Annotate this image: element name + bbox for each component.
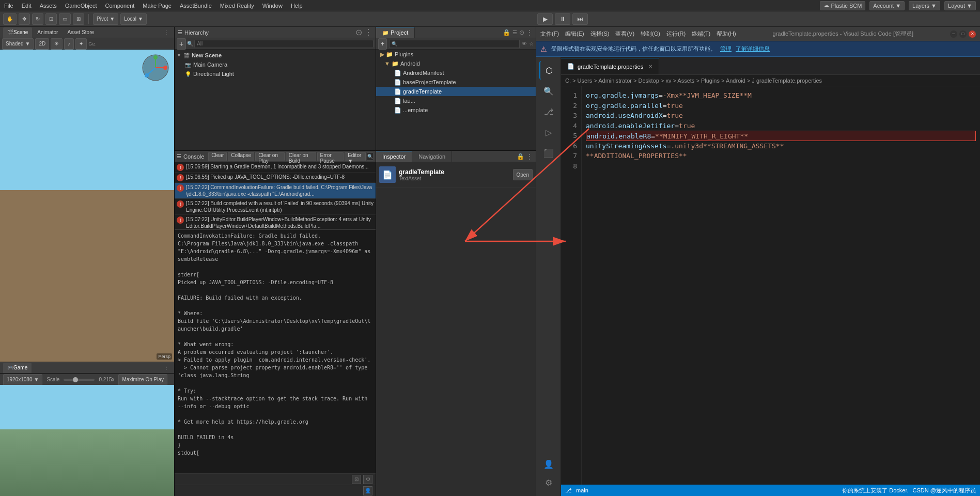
inspector-tab[interactable]: Inspector — [376, 151, 412, 162]
eye-icon[interactable]: 👁 — [522, 41, 527, 47]
resolution-btn[interactable]: 1920x1080▼ — [3, 374, 42, 385]
console-entry-5[interactable]: ! [15:07:22] UnityEditor.BuildPlayerWind… — [175, 215, 376, 229]
star-icon[interactable]: ☆ — [529, 41, 534, 47]
vscode-editor[interactable]: 1 2 3 4 5 6 7 8 org.gradle.jvmargs=-Xmx*… — [561, 86, 980, 485]
vscode-run[interactable]: 运行(R) — [666, 30, 686, 38]
search-btn[interactable]: 🔍 — [539, 82, 558, 100]
animator-tab[interactable]: Animator — [33, 27, 62, 38]
editor-btn[interactable]: Editor ▼ — [345, 152, 366, 161]
console-icon-btn-1[interactable]: ⊡ — [352, 475, 361, 484]
fx-btn[interactable]: ✦ — [75, 38, 87, 50]
console-entry-2[interactable]: ! [15:06:59] Picked up JAVA_TOOL_OPTIONS… — [175, 173, 376, 183]
hierarchy-scene-root[interactable]: ▼ 🎬 New Scene — [175, 51, 376, 60]
error-pause-btn[interactable]: Error Pause — [317, 152, 344, 161]
close-btn[interactable]: ✕ — [969, 30, 976, 38]
layout-button[interactable]: Layout ▼ — [944, 1, 976, 10]
hierarchy-add-btn[interactable]: + — [177, 38, 186, 50]
clear-on-play-btn[interactable]: Clear on Play — [255, 152, 285, 161]
game-viewport[interactable] — [0, 385, 174, 496]
tab-close-icon[interactable]: ✕ — [648, 64, 652, 69]
pause-button[interactable]: ⏸ — [555, 13, 570, 25]
hierarchy-menu-icon[interactable]: ⋮ — [364, 27, 372, 37]
explorer-btn[interactable]: ⬡ — [539, 61, 558, 80]
project-add-btn[interactable]: + — [378, 38, 387, 50]
local-btn[interactable]: Local▼ — [120, 13, 147, 25]
console-entry-1[interactable]: ! [15:06:59] Starting a Gradle Daemon, 1… — [175, 162, 376, 173]
menu-assets[interactable]: Assets — [40, 3, 57, 9]
collapse-btn[interactable]: Collapse — [228, 152, 254, 161]
project-item-template[interactable]: 📄 ...emplate — [376, 105, 536, 115]
extensions-btn[interactable]: ⬛ — [539, 144, 558, 162]
game-tab[interactable]: 🎮 Game — [3, 363, 32, 373]
project-item-baseproject[interactable]: 📄 baseProjectTemplate — [376, 78, 536, 87]
notification-learn-link[interactable]: 了解详细信息 — [736, 45, 770, 53]
scene-tab[interactable]: 🎬 Scene — [3, 27, 32, 38]
settings-icon-btn[interactable]: ⚙ — [539, 473, 558, 492]
menu-file[interactable]: File — [4, 3, 13, 9]
minimize-btn[interactable]: ─ — [950, 30, 957, 38]
menu-mixedreality[interactable]: Mixed Reality — [220, 3, 254, 9]
inspector-lock-icon[interactable]: 🔒 — [517, 153, 524, 160]
debug-btn[interactable]: ▷ — [539, 123, 558, 142]
audio-btn[interactable]: ♪ — [64, 38, 74, 50]
vscode-select[interactable]: 选择(S) — [590, 30, 610, 38]
vscode-active-tab[interactable]: 📄 gradleTemplate.properties ✕ — [561, 58, 659, 74]
hierarchy-camera[interactable]: 📷 Main Camera — [175, 60, 376, 69]
vscode-help[interactable]: 帮助(H) — [717, 30, 736, 38]
game-options-btn[interactable]: ⋮ — [164, 365, 171, 370]
scale-slider[interactable] — [64, 379, 95, 381]
hierarchy-search-input[interactable] — [194, 40, 374, 48]
console-icon-btn-2[interactable]: ⚙ — [363, 475, 372, 484]
vscode-view[interactable]: 查看(V) — [615, 30, 634, 38]
vscode-file[interactable]: 文件(F) — [540, 30, 559, 38]
pivot-btn[interactable]: Pivot▼ — [93, 13, 118, 25]
project-lock-icon[interactable]: 🔒 — [503, 29, 510, 36]
menu-makepage[interactable]: Make Page — [143, 3, 172, 9]
account-button[interactable]: Account ▼ — [869, 1, 905, 10]
scene-viewport[interactable]: Persp — [0, 50, 174, 362]
open-btn[interactable]: Open — [513, 169, 533, 180]
project-item-plugins[interactable]: ▶ 📁 Plugins — [376, 50, 536, 59]
project-item-android[interactable]: ▼ 📁 Android — [376, 59, 536, 68]
shaded-btn[interactable]: Shaded▼ — [2, 38, 34, 50]
restore-btn[interactable]: □ — [959, 30, 967, 38]
vscode-terminal[interactable]: 终端(T) — [692, 30, 710, 38]
accounts-icon-btn[interactable]: 👤 — [539, 455, 558, 473]
hierarchy-lock-icon[interactable]: ⊙ — [355, 27, 362, 37]
menu-gameobject[interactable]: GameObject — [65, 3, 97, 9]
console-search-btn[interactable]: 🔍 — [367, 152, 374, 161]
lighting-btn[interactable]: ☀ — [51, 38, 63, 50]
hand-tool-btn[interactable]: ✋ — [3, 13, 17, 25]
project-search-box[interactable]: 🔍 — [389, 40, 520, 48]
rect-tool-btn[interactable]: ▭ — [59, 13, 71, 25]
project-item-lau[interactable]: 📄 lau... — [376, 96, 536, 105]
layers-button[interactable]: Layers ▼ — [909, 1, 940, 10]
navigation-tab[interactable]: Navigation — [412, 151, 452, 162]
console-user-icon-btn[interactable]: 👤 — [363, 486, 372, 495]
inspector-menu-icon[interactable]: ⋮ — [526, 153, 533, 160]
scale-tool-btn[interactable]: ⊡ — [45, 13, 57, 25]
console-entry-3[interactable]: ! [15:07:22] CommandInvokationFailure: G… — [175, 183, 376, 199]
clear-btn[interactable]: Clear — [208, 152, 227, 161]
play-button[interactable]: ▶ — [537, 13, 553, 25]
menu-edit[interactable]: Edit — [22, 3, 32, 9]
project-item-androidmanifest[interactable]: 📄 AndroidManifest — [376, 68, 536, 78]
project-tab[interactable]: 📁 Project — [376, 27, 415, 38]
project-item-gradletemplate[interactable]: 📄 gradleTemplate — [376, 87, 536, 96]
maximize-btn[interactable]: Maximize On Play — [118, 374, 167, 385]
transform-tool-btn[interactable]: ⊞ — [73, 13, 84, 25]
plastic-scm-button[interactable]: ☁ Plastic SCM — [820, 1, 865, 10]
scene-options-btn[interactable]: ⋮ — [164, 29, 171, 35]
menu-help[interactable]: Help — [291, 3, 303, 9]
code-content[interactable]: org.gradle.jvmargs=-Xmx**JVM_HEAP_SIZE**… — [582, 86, 980, 485]
notification-manage-link[interactable]: 管理 — [720, 45, 732, 53]
git-btn[interactable]: ⎇ — [539, 102, 558, 121]
console-entry-4[interactable]: ! [15:07:22] Build completed with a resu… — [175, 199, 376, 215]
menu-window[interactable]: Window — [262, 3, 283, 9]
step-button[interactable]: ⏭ — [572, 13, 588, 25]
clear-on-build-btn[interactable]: Clear on Build — [286, 152, 316, 161]
menu-assetbundle[interactable]: AssetBundle — [180, 3, 212, 9]
move-tool-btn[interactable]: ✥ — [19, 13, 30, 25]
rotate-tool-btn[interactable]: ↻ — [32, 13, 43, 25]
vscode-goto[interactable]: 转到(G) — [641, 30, 660, 38]
